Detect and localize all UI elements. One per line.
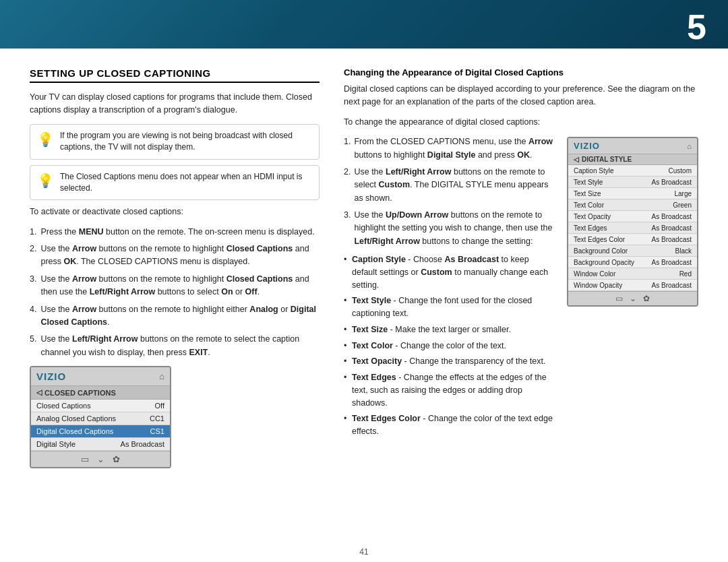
intro-text: Your TV can display closed captions for …: [30, 91, 320, 117]
vizio-logo: VIZIO: [36, 371, 66, 382]
step-1: 1. Press the MENU button on the remote. …: [30, 226, 320, 239]
step-5: 5. Use the Left/Right Arrow buttons on t…: [30, 333, 320, 359]
right-step-3: 3. Use the Up/Down Arrow buttons on the …: [344, 209, 553, 248]
vizio-footer-icon-2: ⌄: [97, 454, 104, 464]
bullet-caption-style: Caption Style - Choose As Broadcast to k…: [344, 253, 553, 291]
vizio-ds-header: VIZIO ⌂: [568, 138, 697, 154]
vizio-footer-icon-1: ▭: [81, 454, 89, 464]
steps-list: 1. Press the MENU button on the remote. …: [30, 226, 320, 359]
bullet-text-edges: Text Edges - Change the effects at the e…: [344, 371, 553, 409]
vizio-ds-logo: VIZIO: [574, 141, 600, 151]
vizio-ds-row-text-edges-color: Text Edges ColorAs Broadcast: [568, 234, 697, 245]
vizio-ds-row-text-size: Text SizeLarge: [568, 188, 697, 199]
vizio-footer-icon-3: ✿: [113, 454, 120, 464]
bullet-text-edges-color: Text Edges Color - Change the color of t…: [344, 412, 553, 438]
bullet-text-style: Text Style - Change the font used for th…: [344, 294, 553, 320]
right-step-1: 1. From the CLOSED CAPTIONS menu, use th…: [344, 135, 553, 162]
bullet-text-color: Text Color - Change the color of the tex…: [344, 340, 553, 352]
bullet-text-opacity: Text Opacity - Change the transparency o…: [344, 355, 553, 368]
vizio-menu-header: VIZIO ⌂: [31, 367, 170, 386]
vizio-ds-icon-3: ✿: [643, 294, 650, 303]
bullet-text-size: Text Size - Make the text larger or smal…: [344, 323, 553, 336]
vizio-ds-row-window-opacity: Window OpacityAs Broadcast: [568, 280, 697, 291]
vizio-ds-row-caption-style: Caption StyleCustom: [568, 165, 697, 177]
main-content: SETTING UP CLOSED CAPTIONING Your TV can…: [0, 49, 728, 543]
section-title: SETTING UP CLOSED CAPTIONING: [30, 67, 320, 83]
right-intro: Digital closed captions can be displayed…: [344, 83, 698, 109]
vizio-ds-icon-1: ▭: [615, 294, 623, 303]
right-content-row: 1. From the CLOSED CAPTIONS menu, use th…: [344, 135, 698, 441]
vizio-row-closed-captions: Closed CaptionsOff: [31, 400, 170, 412]
vizio-ds-row-bg-color: Background ColorBlack: [568, 245, 697, 257]
vizio-ds-footer: ▭ ⌄ ✿: [568, 291, 697, 305]
right-heading: Changing the Appearance of Digital Close…: [344, 67, 698, 77]
bulb-icon-2: 💡: [37, 171, 54, 191]
right-text-col: 1. From the CLOSED CAPTIONS menu, use th…: [344, 135, 553, 441]
right-steps-list: 1. From the CLOSED CAPTIONS menu, use th…: [344, 135, 553, 248]
right-menu-col: VIZIO ⌂ ◁ DIGITAL STYLE Caption StyleCus…: [567, 135, 698, 441]
step-2: 2. Use the Arrow buttons on the remote t…: [30, 243, 320, 269]
vizio-ds-row-text-opacity: Text OpacityAs Broadcast: [568, 211, 697, 222]
right-change-label: To change the appearance of digital clos…: [344, 116, 698, 129]
right-column: Changing the Appearance of Digital Close…: [344, 67, 698, 530]
step-4: 4. Use the Arrow buttons on the remote t…: [30, 303, 320, 330]
bullet-list: Caption Style - Choose As Broadcast to k…: [344, 253, 553, 438]
vizio-closed-captions-menu: VIZIO ⌂ ◁ CLOSED CAPTIONS Closed Caption…: [30, 366, 171, 468]
footer-page-number: 41: [359, 547, 368, 557]
vizio-section-label: ◁ CLOSED CAPTIONS: [31, 386, 170, 400]
page-footer: 41: [0, 547, 728, 557]
step-3: 3. Use the Arrow buttons on the remote t…: [30, 273, 320, 299]
vizio-row-digital: Digital Closed CaptionsCS1: [31, 425, 170, 438]
vizio-ds-section: ◁ DIGITAL STYLE: [568, 154, 697, 165]
home-icon: ⌂: [159, 371, 164, 381]
vizio-ds-row-text-color: Text ColorGreen: [568, 199, 697, 211]
activate-label: To activate or deactivate closed caption…: [30, 206, 320, 218]
top-bar: 5: [0, 0, 728, 49]
vizio-digital-style-menu: VIZIO ⌂ ◁ DIGITAL STYLE Caption StyleCus…: [567, 137, 698, 307]
info-box-2-text: The Closed Captions menu does not appear…: [60, 172, 303, 193]
vizio-footer: ▭ ⌄ ✿: [31, 451, 170, 467]
vizio-row-digital-style: Digital StyleAs Broadcast: [31, 438, 170, 451]
vizio-ds-home-icon: ⌂: [687, 142, 692, 150]
vizio-ds-icon-2: ⌄: [630, 294, 636, 303]
right-step-2: 2. Use the Left/Right Arrow buttons on t…: [344, 166, 553, 205]
vizio-ds-row-text-edges: Text EdgesAs Broadcast: [568, 222, 697, 234]
left-column: SETTING UP CLOSED CAPTIONING Your TV can…: [30, 67, 320, 530]
vizio-ds-row-window-color: Window ColorRed: [568, 268, 697, 280]
bulb-icon-1: 💡: [37, 130, 54, 150]
vizio-row-analog: Analog Closed CaptionsCC1: [31, 412, 170, 425]
page-number: 5: [687, 7, 706, 47]
vizio-ds-row-bg-opacity: Background OpacityAs Broadcast: [568, 257, 697, 268]
info-box-1-text: If the program you are viewing is not be…: [60, 131, 293, 152]
info-box-2: 💡 The Closed Captions menu does not appe…: [30, 165, 320, 201]
vizio-ds-row-text-style: Text StyleAs Broadcast: [568, 177, 697, 188]
info-box-1: 💡 If the program you are viewing is not …: [30, 124, 320, 160]
